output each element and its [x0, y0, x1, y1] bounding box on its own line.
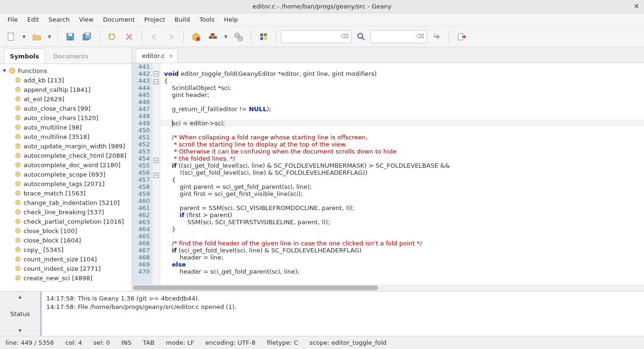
function-group-icon	[8, 67, 16, 74]
message-body[interactable]: 14:17:58: This is Geany 1.36 (git >= 4bc…	[41, 292, 644, 336]
symbol-item[interactable]: check_partial_completion [1016]	[0, 217, 132, 226]
function-icon	[14, 161, 22, 169]
function-icon	[14, 76, 22, 84]
horizontal-scrollbar[interactable]	[132, 284, 644, 291]
symbol-label: auto_multiline [3518]	[24, 133, 90, 140]
tree-root-functions[interactable]: ▼ Functions	[0, 66, 132, 75]
symbol-item[interactable]: auto_close_chars [99]	[0, 104, 132, 113]
menu-view[interactable]: View	[74, 14, 99, 25]
msg-up-arrow-icon[interactable]: ▲	[18, 294, 22, 299]
svg-point-24	[16, 78, 20, 82]
menu-tools[interactable]: Tools	[195, 14, 219, 25]
symbol-item[interactable]: auto_close_chars [1520]	[0, 113, 132, 122]
build-button[interactable]	[206, 29, 221, 44]
build-dropdown[interactable]: ▼	[223, 29, 229, 44]
status-col: col: 4	[66, 339, 83, 346]
function-icon	[14, 95, 22, 103]
message-side-tab[interactable]: ▲ Status ▼	[0, 292, 41, 336]
symbol-item[interactable]: change_tab_indentation [5210]	[0, 198, 132, 207]
run-button[interactable]	[231, 29, 246, 44]
symbol-item[interactable]: brace_match [1563]	[0, 188, 132, 198]
symbol-item[interactable]: auto_multiline [98]	[0, 122, 132, 132]
symbol-item[interactable]: close_block [100]	[0, 226, 132, 235]
symbol-label: copy_ [5345]	[24, 246, 64, 253]
open-file-button[interactable]	[29, 29, 44, 44]
symbol-item[interactable]: copy_ [5345]	[0, 245, 132, 254]
code-body[interactable]: void editor_toggle_fold(GeanyEditor *edi…	[160, 63, 644, 284]
status-filetype: filetype: C	[267, 339, 298, 346]
menu-help[interactable]: Help	[219, 14, 243, 25]
fold-toggle[interactable]: −	[154, 158, 159, 163]
new-file-dropdown[interactable]: ▼	[21, 29, 27, 44]
svg-point-34	[16, 172, 20, 177]
symbol-label: autocomplete_scope [693]	[24, 171, 106, 178]
window-title: editor.c - /home/ban/progs/geany/src - G…	[253, 3, 392, 10]
function-icon	[14, 142, 22, 150]
symbol-item[interactable]: close_block [1604]	[0, 235, 132, 245]
goto-clear-icon[interactable]: ⌫	[416, 33, 424, 40]
new-file-button[interactable]	[4, 29, 19, 44]
nav-forward-button[interactable]	[164, 29, 179, 44]
sidebar-tab-symbols[interactable]: Symbols	[4, 49, 45, 64]
symbol-label: autocomplete_check_html [2088]	[24, 152, 126, 159]
revert-button[interactable]	[105, 29, 120, 44]
nav-back-button[interactable]	[147, 29, 162, 44]
fold-toggle[interactable]: −	[154, 79, 159, 84]
symbol-item[interactable]: autocomplete_doc_word [2180]	[0, 160, 132, 170]
quit-button[interactable]	[454, 29, 469, 44]
message-line: 14:17:58: This is Geany 1.36 (git >= 4bc…	[46, 294, 639, 303]
function-icon	[14, 133, 22, 140]
tab-close-icon[interactable]: ×	[168, 52, 173, 59]
svg-point-9	[196, 37, 200, 41]
symbol-item[interactable]: add_kb [213]	[0, 75, 132, 85]
window-close-button[interactable]: ✕	[634, 2, 639, 10]
search-clear-icon[interactable]: ⌫	[341, 33, 349, 40]
message-line: 14:17:58: File /home/ban/progs/geany/src…	[46, 303, 639, 311]
symbol-item[interactable]: count_indent_size [2771]	[0, 264, 132, 273]
tree-root-label: Functions	[18, 67, 47, 74]
function-icon	[14, 170, 22, 178]
fold-toggle[interactable]: −	[154, 71, 159, 76]
menu-document[interactable]: Document	[98, 14, 139, 25]
symbol-item[interactable]: at_eol [2629]	[0, 94, 132, 104]
symbol-label: check_partial_completion [1016]	[24, 218, 124, 225]
symbol-label: count_indent_size [2771]	[24, 265, 101, 272]
menu-search[interactable]: Search	[44, 14, 74, 25]
symbol-item[interactable]: autocomplete_scope [693]	[0, 170, 132, 179]
symbol-item[interactable]: auto_multiline [3518]	[0, 132, 132, 141]
msg-down-arrow-icon[interactable]: ▼	[18, 328, 22, 333]
sidebar-tab-documents[interactable]: Documents	[47, 49, 94, 64]
symbol-item[interactable]: auto_update_margin_width [989]	[0, 141, 132, 151]
function-icon	[14, 180, 22, 187]
save-button[interactable]	[63, 29, 78, 44]
menu-file[interactable]: File	[3, 14, 23, 25]
status-sel: sel: 0	[93, 339, 110, 346]
symbol-item[interactable]: check_line_breaking [537]	[0, 207, 132, 217]
svg-point-19	[358, 33, 363, 38]
symbol-item[interactable]: autocomplete_tags [2071]	[0, 179, 132, 188]
symbol-item[interactable]: create_new_sci [4898]	[0, 273, 132, 283]
save-all-button[interactable]	[80, 29, 95, 44]
function-icon	[14, 236, 22, 244]
close-file-button[interactable]	[122, 29, 137, 44]
color-picker-button[interactable]	[256, 29, 271, 44]
toolbar: ▼ ▼ ▼ ⌫ ⌫	[0, 26, 644, 47]
tab-editor-c[interactable]: editor.c ×	[136, 49, 178, 63]
find-button[interactable]	[354, 29, 369, 44]
compile-button[interactable]	[189, 29, 204, 44]
symbol-item[interactable]: count_indent_size [104]	[0, 254, 132, 264]
fold-toggle[interactable]: −	[154, 173, 159, 178]
symbol-item[interactable]: autocomplete_check_html [2088]	[0, 151, 132, 160]
menu-edit[interactable]: Edit	[23, 14, 44, 25]
menu-build[interactable]: Build	[170, 14, 195, 25]
code-editor[interactable]: 4414424434444454464474484494504514524534…	[132, 63, 644, 284]
function-icon	[14, 255, 22, 263]
symbol-tree[interactable]: ▼ Functions add_kb [213]append_calltip […	[0, 64, 132, 291]
symbol-label: check_line_breaking [537]	[24, 209, 104, 216]
open-file-dropdown[interactable]: ▼	[46, 29, 53, 44]
menu-project[interactable]: Project	[140, 14, 170, 25]
symbol-item[interactable]: append_calltip [1841]	[0, 85, 132, 94]
goto-button[interactable]	[429, 29, 444, 44]
fold-gutter[interactable]: −−−−	[153, 63, 160, 284]
svg-rect-15	[260, 33, 263, 36]
